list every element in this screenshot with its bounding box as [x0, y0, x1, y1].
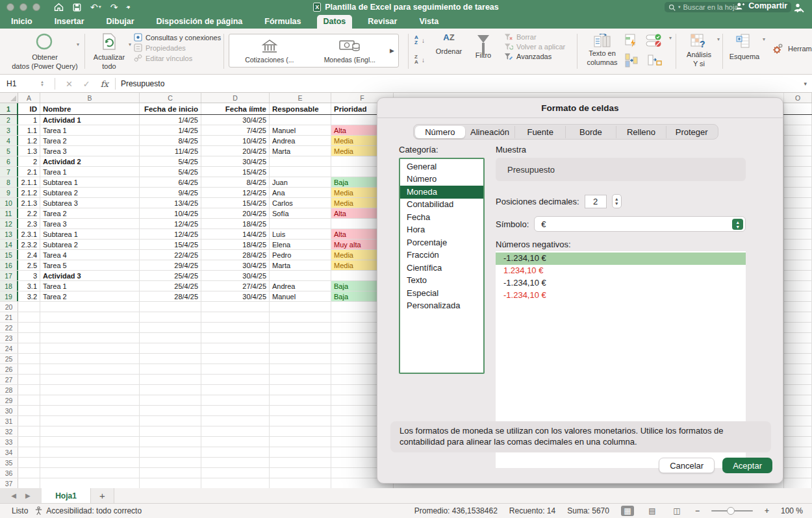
grid-cell[interactable]: Elena: [270, 240, 331, 249]
grid-cell[interactable]: 29/4/25: [140, 260, 201, 270]
grid-cell[interactable]: [18, 395, 40, 405]
grid-cell[interactable]: [783, 103, 812, 114]
grid-cell[interactable]: [140, 333, 201, 343]
grid-cell[interactable]: 30/4/25: [201, 115, 270, 125]
grid-cell[interactable]: 13/4/25: [140, 198, 201, 208]
category-item-moneda[interactable]: Moneda: [400, 186, 483, 199]
row-header-32[interactable]: 32: [0, 426, 18, 436]
undo-icon[interactable]: ↶▾: [90, 0, 101, 14]
grid-cell[interactable]: 5/4/25: [140, 167, 201, 177]
column-header-e[interactable]: E: [270, 93, 331, 103]
grid-cell[interactable]: [40, 458, 140, 467]
prev-sheet-icon[interactable]: ◀: [11, 492, 16, 499]
grid-cell[interactable]: [18, 312, 40, 322]
grid-cell[interactable]: [40, 478, 140, 488]
grid-cell[interactable]: 3: [18, 271, 40, 280]
category-item-hora[interactable]: Hora: [400, 224, 483, 237]
menu-tab-disposici-n-de-p-gina[interactable]: Disposición de página: [150, 15, 249, 29]
grid-cell[interactable]: [270, 323, 331, 332]
flash-fill-button[interactable]: [625, 34, 639, 49]
undo-dropdown-icon[interactable]: ▾: [99, 0, 101, 14]
grid-cell[interactable]: Tarea 1: [40, 167, 140, 177]
page-layout-view-icon[interactable]: ▤: [646, 506, 659, 516]
row-header-30[interactable]: 30: [0, 406, 18, 415]
row-header-33[interactable]: 33: [0, 437, 18, 447]
symbol-select[interactable]: € ▲▼: [534, 216, 746, 232]
grid-cell[interactable]: 1: [18, 115, 40, 125]
refresh-all-button[interactable]: ▾ Actualizartodo: [88, 32, 130, 71]
grid-cell[interactable]: Actividad 1: [40, 115, 140, 125]
column-header-d[interactable]: D: [201, 93, 270, 103]
negative-format-option-3[interactable]: -1.234,10 €: [496, 277, 746, 290]
grid-cell[interactable]: [783, 229, 812, 239]
grid-cell[interactable]: Subtarea 3: [40, 198, 140, 208]
grid-cell[interactable]: Nombre: [40, 103, 140, 114]
grid-cell[interactable]: 28/4/25: [201, 250, 270, 260]
grid-cell[interactable]: 2.1.3: [18, 198, 40, 208]
consolidate-button[interactable]: [625, 53, 639, 69]
grid-cell[interactable]: [201, 333, 270, 343]
grid-cell[interactable]: 25/4/25: [140, 271, 201, 280]
grid-cell[interactable]: [270, 437, 331, 447]
row-header-19[interactable]: 19: [0, 291, 18, 301]
menu-tab-dibujar[interactable]: Dibujar: [100, 15, 141, 29]
grid-cell[interactable]: [783, 364, 812, 374]
row-header-23[interactable]: 23: [0, 333, 18, 343]
dialog-tab-relleno[interactable]: Relleno: [616, 126, 666, 138]
grid-cell[interactable]: [270, 302, 331, 312]
grid-cell[interactable]: [40, 375, 140, 384]
grid-cell[interactable]: [783, 115, 812, 125]
grid-cell[interactable]: [783, 250, 812, 260]
category-item-contabilidad[interactable]: Contabilidad: [400, 199, 483, 212]
grid-cell[interactable]: [270, 426, 331, 436]
dialog-tab-alineaci-n[interactable]: Alineación: [465, 126, 515, 138]
menu-tab-f-rmulas[interactable]: Fórmulas: [258, 15, 307, 29]
grid-cell[interactable]: Marta: [270, 146, 331, 156]
close-window-button[interactable]: [6, 3, 14, 11]
row-header-12[interactable]: 12: [0, 219, 18, 228]
grid-cell[interactable]: [270, 333, 331, 343]
grid-cell[interactable]: [270, 447, 331, 457]
grid-cell[interactable]: [40, 437, 140, 447]
stocks-data-type-button[interactable]: Cotizaciones (...: [229, 38, 310, 64]
grid-cell[interactable]: 30/4/25: [201, 260, 270, 270]
grid-cell[interactable]: Tarea 2: [40, 208, 140, 218]
grid-cell[interactable]: 1.2: [18, 136, 40, 145]
grid-cell[interactable]: [201, 416, 270, 426]
sort-desc-button[interactable]: ZA↓: [414, 55, 418, 65]
grid-cell[interactable]: Tarea 1: [40, 281, 140, 291]
grid-cell[interactable]: [201, 375, 270, 384]
grid-cell[interactable]: 15/4/25: [140, 240, 201, 249]
grid-cell[interactable]: [140, 447, 201, 457]
grid-cell[interactable]: [270, 156, 331, 166]
grid-cell[interactable]: [18, 437, 40, 447]
cancel-entry-icon[interactable]: ✕: [66, 79, 73, 89]
grid-cell[interactable]: 30/4/25: [201, 291, 270, 301]
grid-cell[interactable]: [270, 395, 331, 405]
grid-cell[interactable]: [783, 385, 812, 395]
grid-cell[interactable]: [40, 364, 140, 374]
grid-cell[interactable]: Tarea 1: [40, 125, 140, 135]
row-header-22[interactable]: 22: [0, 323, 18, 332]
row-header-14[interactable]: 14: [0, 240, 18, 249]
confirm-entry-icon[interactable]: ✓: [83, 79, 90, 89]
grid-cell[interactable]: [783, 281, 812, 291]
outline-dropdown-icon[interactable]: ▾: [763, 36, 765, 42]
outline-button[interactable]: ▾ Esquema: [726, 34, 763, 62]
advanced-filter-button[interactable]: Avanzadas: [504, 53, 565, 60]
row-header-11[interactable]: 11: [0, 208, 18, 218]
filter-button[interactable]: Filtro: [469, 34, 498, 59]
grid-cell[interactable]: [783, 333, 812, 343]
row-header-8[interactable]: 8: [0, 177, 18, 187]
grid-cell[interactable]: 18/4/25: [201, 219, 270, 228]
expand-formula-bar-icon[interactable]: ▾: [804, 80, 807, 87]
grid-cell[interactable]: [18, 385, 40, 395]
row-header-17[interactable]: 17: [0, 271, 18, 280]
row-header-20[interactable]: 20: [0, 302, 18, 312]
sheet-tab-hoja1[interactable]: Hoja1: [42, 488, 91, 503]
menu-tab-vista[interactable]: Vista: [412, 15, 445, 29]
grid-cell[interactable]: Tarea 5: [40, 260, 140, 270]
column-header-b[interactable]: B: [40, 93, 140, 103]
grid-cell[interactable]: 2: [18, 156, 40, 166]
grid-cell[interactable]: [783, 219, 812, 228]
